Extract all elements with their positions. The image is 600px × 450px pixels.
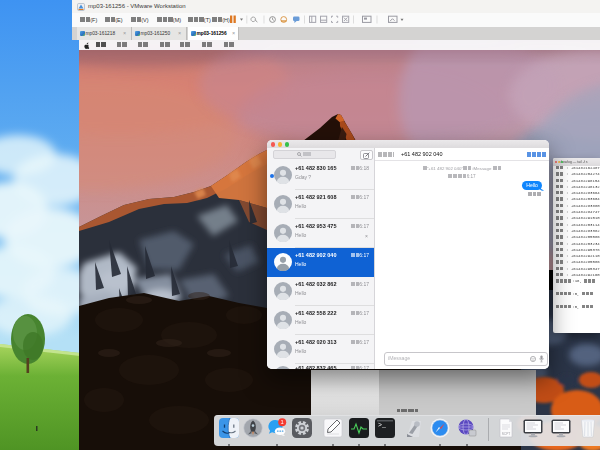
svg-text:>_: >_ [378, 422, 386, 429]
svg-text:1: 1 [281, 419, 284, 425]
svg-text:SCPT: SCPT [501, 432, 510, 436]
